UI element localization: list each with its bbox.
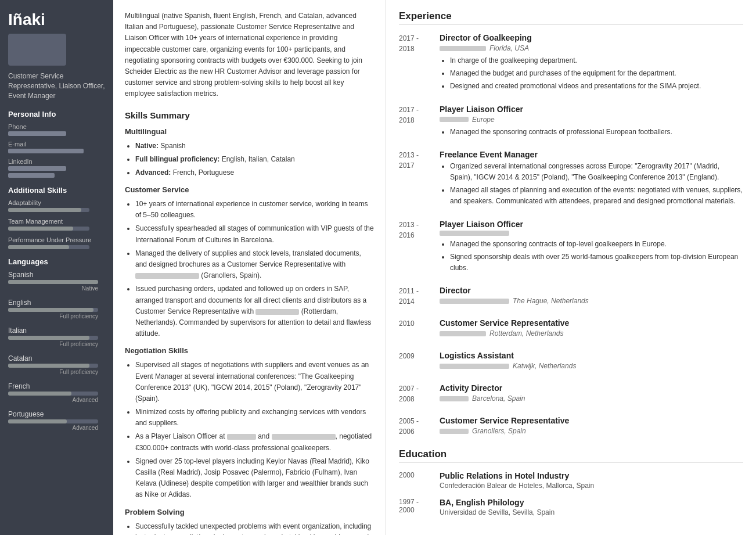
problem-solving-title: Problem Solving (125, 508, 374, 516)
pressure-bar-fill (8, 245, 69, 249)
cs-item-1: 10+ years of international experience in… (135, 199, 374, 221)
pressure-label: Performance Under Pressure (8, 236, 105, 243)
exp-event-manager: 2013 -2017 Freelance Event Manager Organ… (399, 150, 743, 209)
adaptability-skill: Adaptability (8, 199, 105, 212)
team-management-label: Team Management (8, 218, 105, 225)
edu-ba-english: 1997 -2000 BA, English Philology Univers… (399, 498, 743, 516)
lang-italian: Italian Full proficiency (8, 326, 105, 347)
lang-english: English Full proficiency (8, 299, 105, 319)
linkedin-label: LinkedIn (8, 158, 105, 165)
phone-value (8, 131, 66, 136)
exp-director: 2011 -2014 Director The Hague, Netherlan… (399, 286, 743, 308)
languages-heading: Languages (8, 257, 105, 266)
email-value (8, 149, 84, 153)
sidebar: Iñaki Customer Service Representative, L… (0, 0, 113, 535)
neg-item-2: Minimized costs by offering publicity an… (135, 407, 374, 429)
customer-service-title: Customer Service (125, 185, 374, 194)
adaptability-bar-fill (8, 208, 81, 212)
additional-skills-heading: Additional Skills (8, 186, 105, 195)
exp-player-liaison-2016: 2013 -2016 Player Liaison Officer Manage… (399, 220, 743, 276)
linkedin-value-2 (8, 173, 55, 178)
candidate-name: Iñaki (8, 10, 105, 29)
skills-section-title: Skills Summary (125, 110, 374, 120)
multilingual-item-1: Native: Spanish (135, 141, 374, 152)
team-management-bar-fill (8, 227, 73, 231)
ps-item-1: Successfully tackled unexpected problems… (135, 521, 374, 535)
multilingual-item-3: Advanced: French, Portuguese (135, 167, 374, 178)
lang-french: French Advanced (8, 382, 105, 403)
personal-info-heading: Personal Info (8, 110, 105, 119)
exp-player-liaison-2018: 2017 -2018 Player Liaison Officer Europe… (399, 105, 743, 139)
customer-service-list: 10+ years of international experience in… (135, 199, 374, 339)
lang-spanish: Spanish Native (8, 271, 105, 292)
lang-portuguese: Portuguese Advanced (8, 410, 105, 431)
email-label: E-mail (8, 141, 105, 148)
exp-cs-rep-2010: 2010 Customer Service Representative Rot… (399, 318, 743, 340)
problem-solving-list: Successfully tackled unexpected problems… (135, 521, 374, 535)
summary-text: Multilingual (native Spanish, fluent Eng… (125, 10, 374, 100)
neg-item-3: As a Player Liaison Officer at and , neg… (135, 431, 374, 453)
avatar (8, 34, 66, 66)
adaptability-bar-bg (8, 208, 89, 212)
multilingual-title: Multilingual (125, 127, 374, 136)
team-management-bar-bg (8, 227, 89, 231)
multilingual-item-2: Full bilingual proficiency: English, Ita… (135, 154, 374, 165)
linkedin-value (8, 166, 66, 171)
adaptability-label: Adaptability (8, 199, 105, 206)
exp-cs-rep-2006: 2005 -2006 Customer Service Representati… (399, 416, 743, 438)
pressure-bar-bg (8, 245, 89, 249)
cs-item-2: Successfully spearheaded all stages of c… (135, 223, 374, 245)
neg-item-4: Signed over 25 top-level players includi… (135, 456, 374, 501)
cs-item-4: Issued purchasing orders, updated and fo… (135, 283, 374, 339)
exp-activity-director: 2007 -2008 Activity Director Barcelona, … (399, 383, 743, 405)
multilingual-list: Native: Spanish Full bilingual proficien… (135, 141, 374, 179)
negotiation-list: Supervised all stages of negotiations wi… (135, 360, 374, 500)
neg-item-1: Supervised all stages of negotiations wi… (135, 360, 374, 404)
education-section-title: Education (399, 448, 743, 463)
negotiation-title: Negotiation Skills (125, 346, 374, 355)
edu-pr-hotel: 2000 Public Relations in Hotel Industry … (399, 471, 743, 490)
cs-item-3: Managed the delivery of supplies and sto… (135, 248, 374, 282)
exp-logistics-assistant: 2009 Logistics Assistant Katwijk, Nether… (399, 351, 743, 373)
experience-section-title: Experience (399, 10, 743, 25)
main-content: Multilingual (native Spanish, fluent Eng… (113, 0, 386, 535)
phone-label: Phone (8, 123, 105, 130)
team-management-skill: Team Management (8, 218, 105, 231)
exp-director-goalkeeping: 2017 -2018 Director of Goalkeeping Flori… (399, 33, 743, 94)
pressure-skill: Performance Under Pressure (8, 236, 105, 249)
right-panel: Experience 2017 -2018 Director of Goalke… (386, 0, 756, 535)
candidate-title: Customer Service Representative, Liaison… (8, 71, 105, 100)
lang-catalan: Catalan Full proficiency (8, 354, 105, 375)
